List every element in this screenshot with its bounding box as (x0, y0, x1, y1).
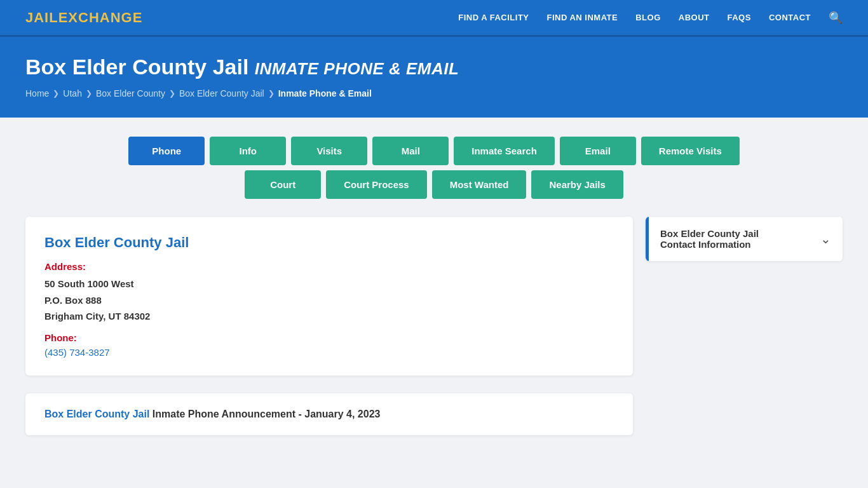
page-subtitle: INMATE PHONE & EMAIL (255, 59, 459, 78)
tab-email[interactable]: Email (560, 137, 636, 165)
sidebar-facility-name: Box Elder County Jail (660, 228, 759, 239)
phone-label: Phone: (44, 332, 614, 343)
nav-blog[interactable]: BLOG (635, 13, 661, 22)
breadcrumb-jail[interactable]: Box Elder County Jail (179, 88, 264, 98)
hero-section: Box Elder County Jail INMATE PHONE & EMA… (0, 37, 868, 118)
navbar: JAILEXCHANGE FIND A FACILITY FIND AN INM… (0, 0, 868, 37)
tab-inmate-search[interactable]: Inmate Search (454, 137, 555, 165)
tabs-row-1: Phone Info Visits Mail Inmate Search Ema… (128, 137, 739, 165)
nav-links: FIND A FACILITY FIND AN INMATE BLOG ABOU… (458, 11, 843, 25)
card-facility-name: Box Elder County Jail (44, 234, 614, 251)
nav-contact[interactable]: CONTACT (769, 13, 811, 22)
tab-info[interactable]: Info (210, 137, 286, 165)
tab-phone[interactable]: Phone (128, 137, 205, 165)
tab-remote-visits[interactable]: Remote Visits (641, 137, 740, 165)
site-logo[interactable]: JAILEXCHANGE (25, 10, 142, 26)
logo-exchange: EXCHANGE (58, 10, 143, 25)
tab-nearby-jails[interactable]: Nearby Jails (531, 170, 623, 199)
address-line3: Brigham City, UT 84302 (44, 308, 614, 325)
address-block: 50 South 1000 West P.O. Box 888 Brigham … (44, 276, 614, 325)
breadcrumb-current: Inmate Phone & Email (278, 88, 372, 98)
nav-find-facility[interactable]: FIND A FACILITY (458, 13, 529, 22)
tabs-section: Phone Info Visits Mail Inmate Search Ema… (0, 118, 868, 199)
address-line2: P.O. Box 888 (44, 292, 614, 309)
breadcrumb-county[interactable]: Box Elder County (96, 88, 165, 98)
sidebar: Box Elder County Jail Contact Informatio… (646, 217, 843, 261)
tab-court-process[interactable]: Court Process (326, 170, 427, 199)
phone-link[interactable]: (435) 734-3827 (44, 347, 110, 358)
nav-find-inmate[interactable]: FIND AN INMATE (547, 13, 618, 22)
page-title: Box Elder County Jail INMATE PHONE & EMA… (25, 55, 843, 79)
announcement-card: Box Elder County Jail Inmate Phone Annou… (25, 393, 633, 435)
chevron-down-icon[interactable]: ⌄ (820, 231, 831, 247)
sidebar-placeholder (646, 393, 843, 435)
tab-mail[interactable]: Mail (372, 137, 449, 165)
sidebar-card-text: Box Elder County Jail Contact Informatio… (660, 228, 759, 250)
sidebar-contact-info-label: Contact Information (660, 239, 759, 250)
announcement-rest: Inmate Phone Announcement - January 4, 2… (149, 409, 380, 419)
tab-most-wanted[interactable]: Most Wanted (432, 170, 527, 199)
breadcrumb: Home ❯ Utah ❯ Box Elder County ❯ Box Eld… (25, 88, 843, 98)
tabs-row-2: Court Court Process Most Wanted Nearby J… (245, 170, 623, 199)
breadcrumb-utah[interactable]: Utah (63, 88, 82, 98)
address-line1: 50 South 1000 West (44, 276, 614, 292)
nav-faqs[interactable]: FAQs (728, 13, 751, 22)
tab-court[interactable]: Court (245, 170, 321, 199)
sidebar-card-inner[interactable]: Box Elder County Jail Contact Informatio… (646, 217, 843, 261)
address-label: Address: (44, 261, 614, 272)
lower-cards: Box Elder County Jail Inmate Phone Annou… (0, 393, 868, 453)
main-info-card: Box Elder County Jail Address: 50 South … (25, 217, 633, 376)
announcement-jail-link[interactable]: Box Elder County Jail (44, 409, 149, 419)
search-icon[interactable]: 🔍 (829, 11, 843, 25)
sidebar-contact-card: Box Elder County Jail Contact Informatio… (646, 217, 843, 261)
breadcrumb-home[interactable]: Home (25, 88, 49, 98)
content-area: Box Elder County Jail Address: 50 South … (0, 199, 868, 393)
tab-visits[interactable]: Visits (291, 137, 367, 165)
nav-about[interactable]: ABOUT (679, 13, 710, 22)
announcement-title: Box Elder County Jail Inmate Phone Annou… (44, 409, 614, 420)
logo-jail: JAIL (25, 10, 58, 25)
